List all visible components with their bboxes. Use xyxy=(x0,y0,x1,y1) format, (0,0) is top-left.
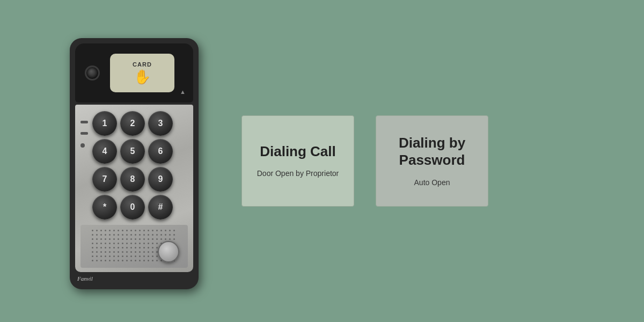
key-2[interactable]: 2 xyxy=(120,111,145,136)
call-button[interactable] xyxy=(158,241,179,262)
indicator-3 xyxy=(80,143,85,148)
key-1[interactable]: 1 xyxy=(92,111,117,136)
key-9[interactable]: 9 xyxy=(148,167,173,192)
key-7[interactable]: 7 xyxy=(92,167,117,192)
brand-label: Fanvil xyxy=(75,272,193,282)
card-hand-icon: ✋ xyxy=(134,69,151,85)
card-label: CARD xyxy=(133,61,152,68)
dialing-password-subtitle: Auto Open xyxy=(414,178,450,188)
key-5[interactable]: 5 xyxy=(120,139,145,164)
indicator-2 xyxy=(80,132,88,135)
side-indicators xyxy=(80,121,88,148)
dialing-call-subtitle: Door Open by Proprietor xyxy=(257,169,339,179)
speaker-grille xyxy=(80,225,188,268)
dialing-call-title: Dialing Call xyxy=(260,143,336,160)
key-4[interactable]: 4 xyxy=(92,139,117,164)
dialing-password-title: Dialing by Password xyxy=(385,134,479,169)
key-0[interactable]: 0 xyxy=(120,195,145,219)
keypad-grid: 1 2 3 4 5 6 7 8 9 * 0 # xyxy=(92,111,173,219)
key-hash[interactable]: # xyxy=(148,195,173,219)
signal-icon: ▲ xyxy=(180,89,186,95)
key-8[interactable]: 8 xyxy=(120,167,145,192)
key-3[interactable]: 3 xyxy=(148,111,173,136)
key-star[interactable]: * xyxy=(92,195,117,219)
key-6[interactable]: 6 xyxy=(148,139,173,164)
keypad-panel: 1 2 3 4 5 6 7 8 9 * 0 # xyxy=(75,105,193,272)
camera-lens xyxy=(85,65,100,80)
dialing-call-card[interactable]: Dialing Call Door Open by Proprietor xyxy=(241,115,354,207)
intercom-device: CARD ✋ ▲ 1 2 3 4 5 6 7 xyxy=(70,38,199,289)
card-reader: CARD ✋ xyxy=(110,54,174,92)
call-button-wrap xyxy=(158,241,179,262)
info-cards: Dialing Call Door Open by Proprietor Dia… xyxy=(241,115,488,207)
indicator-1 xyxy=(80,121,88,123)
dialing-password-card[interactable]: Dialing by Password Auto Open xyxy=(376,115,488,207)
top-panel: CARD ✋ ▲ xyxy=(75,43,193,103)
